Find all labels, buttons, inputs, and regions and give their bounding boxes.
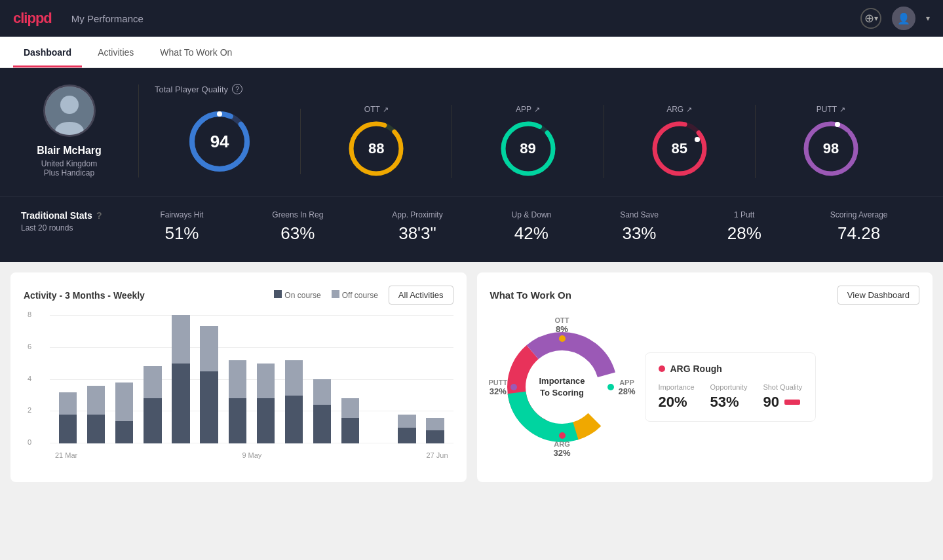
tab-activities[interactable]: Activities [87,38,144,67]
app-metric: APP ↗ 89 [452,105,604,178]
stat-greens-value: 63% [272,223,323,244]
stats-help-icon[interactable]: ? [96,210,102,221]
top-nav: clippd My Performance ⊕ ▾ 👤 ▾ [0,0,943,37]
bar-group-4 [168,315,193,443]
chart-title: Activity - 3 Months - Weekly [24,290,145,301]
app-value: 89 [520,140,535,157]
tab-what-to-work-on[interactable]: What To Work On [149,38,242,67]
ott-ring: 88 [347,119,406,178]
bar-bottom-2 [115,421,133,443]
x-labels: 21 Mar 9 May 27 Jun [50,451,453,459]
ott-donut-label: OTT 8% [555,316,569,334]
svg-point-12 [695,137,700,142]
bar-top-6 [229,360,246,399]
bar-group-3 [140,315,165,443]
bar-top-4 [172,315,189,364]
bar-bottom-1 [87,415,105,443]
arg-value: 85 [671,140,687,157]
bar-group-5 [197,315,222,443]
bar-top-3 [144,366,161,398]
player-handicap: Plus Handicap [44,168,94,177]
stat-updown-label: Up & Down [512,210,552,219]
stat-fairways-value: 51% [160,223,203,244]
arg-shot-quality-label: Shot Quality [763,383,802,391]
tabs-bar: Dashboard Activities What To Work On [0,37,943,68]
stats-row: Traditional Stats ? Last 20 rounds Fairw… [0,196,943,262]
player-avatar [43,84,96,137]
bar-top-1 [87,386,105,415]
quality-help-icon[interactable]: ? [232,84,242,94]
donut-center-text: Importance To Scoring [539,375,585,399]
putt-trend-icon: ↗ [839,105,845,114]
bar-bottom-5 [200,371,218,443]
chart-area: 8 6 4 2 0 21 Mar 9 May 27 Jun [24,315,453,459]
shot-quality-bar [784,400,800,405]
stat-1-putt: 1 Putt 28% [727,210,761,244]
bar-top-7 [257,364,275,399]
arg-opportunity-value: 53% [710,394,748,411]
ott-trend-icon: ↗ [383,105,389,114]
stat-app-label: App. Proximity [392,210,442,219]
bar-group-1 [83,315,109,443]
bar-top-13 [426,418,444,431]
profile-chevron-icon[interactable]: ▾ [926,14,930,23]
logo[interactable]: clippd [13,10,52,27]
bars-container [50,315,453,443]
arg-shot-quality: Shot Quality 90 [763,383,802,411]
main-quality-metric: 94 [155,109,301,174]
bar-top-5 [200,326,218,371]
stat-1putt-label: 1 Putt [727,210,761,219]
svg-point-22 [607,384,614,390]
stat-app-value: 38'3" [392,223,442,244]
stat-1putt-value: 28% [727,223,761,244]
bar-bottom-7 [257,398,275,443]
bar-bottom-12 [398,428,415,444]
arg-rough-card: ARG Rough Importance 20% Opportunity 53%… [645,352,817,422]
player-info: Blair McHarg United Kingdom Plus Handica… [21,84,139,177]
hero-section: Blair McHarg United Kingdom Plus Handica… [0,68,943,196]
work-header: What To Work On View Dashboard [490,286,920,305]
bar-bottom-3 [144,398,161,443]
stat-scoring-label: Scoring Average [830,210,888,219]
bar-group-0 [55,315,81,443]
arg-rough-stats: Importance 20% Opportunity 53% Shot Qual… [659,383,803,411]
bar-group-10 [337,315,363,443]
work-title: What To Work On [490,289,571,301]
arg-donut-label: ARG 32% [553,440,570,458]
bar-group-7 [253,315,279,443]
lower-section: Activity - 3 Months - Weekly On course O… [0,262,943,493]
putt-metric: PUTT ↗ 98 [756,105,906,178]
add-button[interactable]: ⊕ ▾ [860,8,881,29]
app-ring: 89 [499,119,558,178]
arg-ring: 85 [650,119,709,178]
stat-up-down: Up & Down 42% [512,210,552,244]
arg-shot-quality-value: 90 [763,394,802,411]
view-dashboard-button[interactable]: View Dashboard [837,286,919,305]
arg-opportunity-label: Opportunity [710,383,748,391]
stats-label-section: Traditional Stats ? Last 20 rounds [21,210,126,233]
bar-group-12 [394,315,419,443]
avatar[interactable]: 👤 [892,7,915,30]
svg-point-15 [835,122,840,127]
svg-point-24 [510,384,517,390]
activity-chart-card: Activity - 3 Months - Weekly On course O… [10,272,467,482]
svg-point-5 [217,111,222,117]
work-content: Importance To Scoring OTT 8% APP 28% ARG… [490,315,920,459]
ott-label: OTT ↗ [364,105,389,114]
main-quality-ring: 94 [187,109,252,174]
chart-header: Activity - 3 Months - Weekly On course O… [24,286,453,305]
bar-group-8 [281,315,307,443]
quality-title: Total Player Quality ? [155,84,906,94]
player-country: United Kingdom [41,159,97,168]
bar-group-11 [366,315,391,443]
putt-label: PUTT ↗ [817,105,845,114]
arg-opportunity: Opportunity 53% [710,383,748,411]
bar-group-13 [422,315,448,443]
arg-label: ARG ↗ [666,105,692,114]
bar-bottom-4 [172,364,189,444]
all-activities-button[interactable]: All Activities [389,286,453,305]
plus-icon: ⊕ [864,11,874,26]
app-trend-icon: ↗ [534,105,540,114]
arg-importance: Importance 20% [659,383,695,411]
tab-dashboard[interactable]: Dashboard [13,38,82,67]
